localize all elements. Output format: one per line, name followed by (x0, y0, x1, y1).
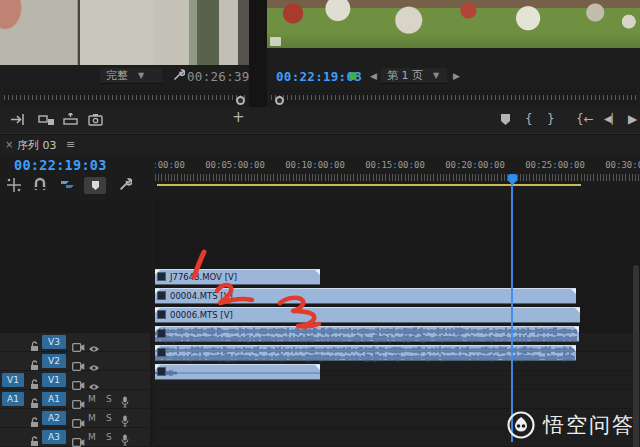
timeline-timecode[interactable]: 00:22:19:03 (14, 157, 107, 173)
timeline-ruler[interactable]: 00:00:00:0000:05:00:0000:10:00:0000:15:0… (155, 158, 640, 196)
button-page-select[interactable]: 第 1 页 ▼ (381, 68, 447, 84)
add-button-icon[interactable]: + (232, 110, 245, 124)
watermark: 悟空问答 (507, 411, 635, 439)
panel-divider[interactable] (249, 0, 267, 107)
fx-badge-icon (157, 367, 166, 376)
source-monitor-panel: 完整 ▼ 00:26:39:21 (0, 0, 249, 107)
play-icon[interactable]: ▶ (628, 112, 637, 126)
source-scrubber-knob[interactable] (236, 96, 245, 105)
mute-button[interactable]: M (88, 394, 96, 404)
export-frame-icon[interactable] (88, 113, 103, 126)
marker-icon[interactable] (500, 113, 511, 126)
linked-selection-icon[interactable] (59, 177, 76, 196)
fx-badge-icon (157, 291, 166, 300)
chevron-down-icon: ▼ (433, 71, 439, 80)
settings-wrench-icon[interactable] (172, 69, 185, 82)
program-monitor-video (267, 0, 640, 48)
premiere-pro-window: 完整 ▼ 00:26:39:21 00:22:19:03 ◀ 第 1 页 ▼ ▶ (0, 0, 640, 447)
source-monitor-video (0, 0, 249, 65)
mute-button[interactable]: M (88, 432, 96, 442)
program-monitor-panel: 00:22:19:03 ◀ 第 1 页 ▼ ▶ (267, 0, 640, 107)
lock-icon[interactable] (30, 432, 39, 447)
step-back-icon[interactable]: ◀▏ (604, 112, 619, 126)
clip-name: J77643.MOV [V] (155, 270, 320, 282)
clip-name: 00006.MTS [V] (155, 308, 580, 320)
voiceover-mic-icon[interactable] (121, 431, 129, 447)
lift-icon[interactable] (63, 113, 78, 126)
track-badge-A2[interactable]: A2 (42, 411, 66, 425)
source-assign-icon[interactable] (72, 432, 85, 447)
track-badge-A1[interactable]: A1 (42, 392, 66, 406)
add-marker-button[interactable] (84, 177, 106, 194)
source-monitor-controls: 完整 ▼ 00:26:39:21 (0, 65, 249, 87)
video-clip-V2[interactable]: 00004.MTS [V] (155, 288, 576, 304)
snap-magnet-icon[interactable] (33, 177, 47, 196)
program-scrubber-knob[interactable] (275, 96, 284, 105)
ruler-label: 00:15:00:00 (365, 160, 425, 170)
track-header-A1: A1A1MS (0, 390, 150, 408)
watermark-text: 悟空问答 (543, 411, 635, 439)
program-monitor-controls: 00:22:19:03 ◀ 第 1 页 ▼ ▶ (267, 65, 640, 87)
button-page-value: 第 1 页 (387, 68, 423, 83)
ruler-label: 00:30:00:00 (605, 160, 640, 170)
close-icon[interactable]: × (5, 139, 13, 150)
clip-name: 00004.MTS [V] (155, 289, 576, 301)
fx-badge-icon (157, 348, 166, 357)
program-scrubber[interactable] (271, 89, 636, 103)
source-patch-A1[interactable]: A1 (2, 392, 24, 406)
audio-clip-A1[interactable] (155, 326, 579, 342)
mute-button[interactable]: M (88, 413, 96, 423)
mark-in-icon[interactable]: { (525, 112, 533, 126)
sequence-tab[interactable]: 序列 03 (17, 138, 57, 153)
wukong-logo-icon (507, 411, 535, 439)
fx-badge-icon (157, 272, 166, 281)
fx-badge-icon (157, 329, 166, 338)
ruler-label: 00:10:00:00 (285, 160, 345, 170)
monitor-button-bar: + { } {← ◀▏ ▶ (0, 107, 640, 134)
go-to-in-icon[interactable]: {← (576, 112, 594, 126)
mark-out-icon[interactable]: } (547, 112, 555, 126)
timeline-toolbar (0, 175, 150, 197)
chevron-down-icon: ▼ (138, 71, 144, 80)
video-clip-V3[interactable]: J77643.MOV [V] (155, 269, 320, 285)
track-header-V1: V1V1 (0, 371, 150, 389)
insert-icon[interactable] (10, 113, 26, 126)
audio-clip-A2[interactable] (155, 345, 576, 361)
next-page-icon[interactable]: ▶ (453, 71, 460, 81)
source-scrubber[interactable] (4, 89, 245, 103)
track-headers: V3V2V1V1A1A1MSA2MSA3MSA4MS0.0 (0, 200, 152, 447)
track-header-V2: V2 (0, 352, 150, 370)
zoom-level-select[interactable]: 完整 ▼ (100, 68, 162, 84)
work-area-bar[interactable] (157, 184, 581, 186)
track-badge-V2[interactable]: V2 (42, 354, 66, 368)
track-badge-A3[interactable]: A3 (42, 430, 66, 444)
timeline-tab-bar: × 序列 03 ≡ (0, 135, 640, 155)
fx-badge-icon (157, 310, 166, 319)
ruler-label: 00:20:00:00 (445, 160, 505, 170)
ruler-ticks (155, 174, 640, 181)
track-header-A3: A3MS (0, 428, 150, 446)
playhead-line[interactable] (511, 178, 513, 442)
track-header-A2: A2MS (0, 409, 150, 427)
ruler-label: 00:00:00:00 (155, 160, 185, 170)
audio-clip-A3[interactable] (155, 364, 320, 380)
video-clip-V1[interactable]: 00006.MTS [V] (155, 307, 580, 323)
timeline-settings-wrench-icon[interactable] (118, 177, 132, 196)
solo-button[interactable]: S (106, 394, 112, 404)
solo-button[interactable]: S (106, 432, 112, 442)
track-header-V3: V3 (0, 333, 150, 351)
source-patch-V1[interactable]: V1 (2, 373, 24, 387)
nest-sequence-icon[interactable] (6, 177, 22, 197)
track-lane-A1[interactable] (155, 390, 640, 408)
solo-button[interactable]: S (106, 413, 112, 423)
ruler-label: 00:25:00:00 (525, 160, 585, 170)
overwrite-icon[interactable] (38, 113, 55, 126)
track-badge-V3[interactable]: V3 (42, 335, 66, 349)
zoom-level-value: 完整 (106, 68, 128, 83)
video-watermark-logo (270, 37, 281, 46)
timeline-panel: × 序列 03 ≡ 00:22:19:03 00:00:00:0000:05:0… (0, 135, 640, 447)
record-status-dot (349, 72, 357, 80)
panel-menu-icon[interactable]: ≡ (66, 138, 75, 151)
prev-page-icon[interactable]: ◀ (370, 71, 377, 81)
track-badge-V1[interactable]: V1 (42, 373, 66, 387)
